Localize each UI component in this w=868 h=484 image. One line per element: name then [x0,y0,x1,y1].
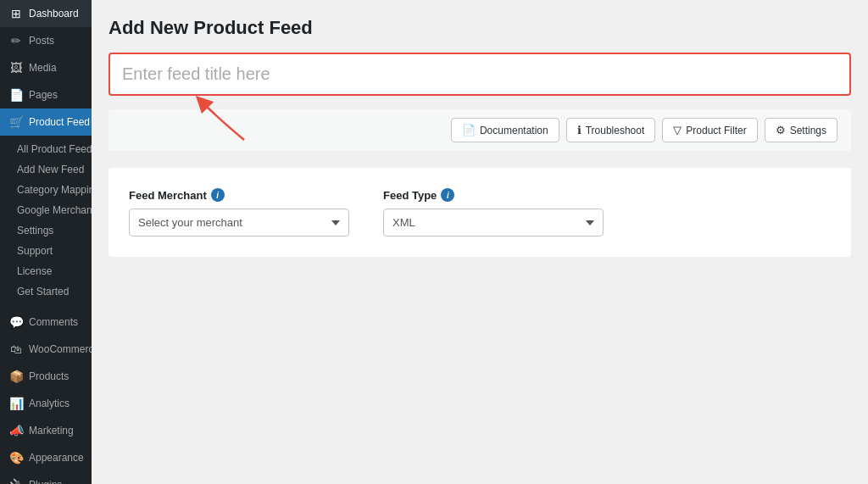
media-icon: 🖼 [8,61,24,75]
feed-fields-row: Feed Merchant i Select your merchant Fee… [129,188,831,236]
pages-icon: 📄 [8,88,24,102]
marketing-icon: 📣 [8,424,24,437]
merchant-select-wrapper: Select your merchant [129,209,349,236]
documentation-icon: 📄 [462,124,476,136]
sidebar-item-product-feed[interactable]: 🛒 Product Feed [0,108,92,136]
analytics-icon: 📊 [8,397,24,410]
sidebar-item-pages[interactable]: 📄 Pages [0,81,92,108]
sidebar-item-analytics[interactable]: 📊 Analytics [0,390,92,417]
sidebar-item-marketing[interactable]: 📣 Marketing [0,417,92,444]
submenu-item-all-feeds[interactable]: All Product Feeds [0,139,92,159]
page-header-area [108,53,851,96]
main-content: Add New Product Feed 📄 Documentation ℹ T… [92,0,868,484]
feed-type-select-wrapper: XML CSV TSV JSON [383,209,604,236]
feed-type-field: Feed Type i XML CSV TSV JSON [383,188,604,236]
submenu-item-google-merchant[interactable]: Google Merchant Settings [0,200,92,220]
sidebar-item-products[interactable]: 📦 Products [0,363,92,390]
submenu-item-get-started[interactable]: Get Started [0,281,92,302]
merchant-info-icon[interactable]: i [211,188,225,202]
plugins-icon: 🔌 [8,478,24,484]
submenu-item-settings[interactable]: Settings [0,220,92,241]
sidebar-item-posts[interactable]: ✏ Posts [0,27,92,54]
appearance-icon: 🎨 [8,451,24,465]
filter-icon: ▽ [673,124,682,136]
sidebar-item-woocommerce[interactable]: 🛍 WooCommerce [0,336,92,363]
submenu-item-category-mapping[interactable]: Category Mapping [0,180,92,200]
sidebar-item-appearance[interactable]: 🎨 Appearance [0,444,92,471]
toolbar: 📄 Documentation ℹ Troubleshoot ▽ Product… [108,109,851,151]
submenu-item-add-new[interactable]: Add New Feed [0,159,92,180]
submenu-item-license[interactable]: License [0,261,92,281]
product-filter-btn[interactable]: ▽ Product Filter [662,118,757,142]
product-feed-submenu: All Product Feeds Add New Feed Category … [0,136,92,305]
settings-toolbar-btn[interactable]: ⚙ Settings [765,118,837,142]
sidebar-item-comments[interactable]: 💬 Comments [0,309,92,336]
settings-toolbar-icon: ⚙ [776,124,786,136]
feed-merchant-field: Feed Merchant i Select your merchant [129,188,349,236]
dashboard-icon: ⊞ [8,7,24,20]
troubleshoot-icon: ℹ [577,124,581,136]
product-feed-icon: 🛒 [8,115,24,129]
feed-merchant-label: Feed Merchant i [129,188,349,202]
sidebar: ⊞ Dashboard ✏ Posts 🖼 Media 📄 Pages 🛒 Pr… [0,0,92,484]
feed-type-label: Feed Type i [383,188,604,202]
sidebar-item-dashboard[interactable]: ⊞ Dashboard [0,0,92,27]
feed-config-panel: Feed Merchant i Select your merchant Fee… [108,168,851,257]
submenu-item-support[interactable]: Support [0,241,92,261]
page-title: Add New Product Feed [108,17,851,39]
products-icon: 📦 [8,370,24,383]
woocommerce-icon: 🛍 [8,342,24,356]
posts-icon: ✏ [8,34,24,47]
merchant-select[interactable]: Select your merchant [129,209,349,236]
sidebar-item-plugins[interactable]: 🔌 Plugins [0,471,92,484]
feed-type-info-icon[interactable]: i [441,188,454,202]
documentation-btn[interactable]: 📄 Documentation [451,118,559,142]
sidebar-item-media[interactable]: 🖼 Media [0,54,92,81]
comments-icon: 💬 [8,315,24,329]
feed-type-select[interactable]: XML CSV TSV JSON [383,209,604,236]
troubleshoot-btn[interactable]: ℹ Troubleshoot [566,118,656,142]
feed-title-input[interactable] [108,53,851,96]
